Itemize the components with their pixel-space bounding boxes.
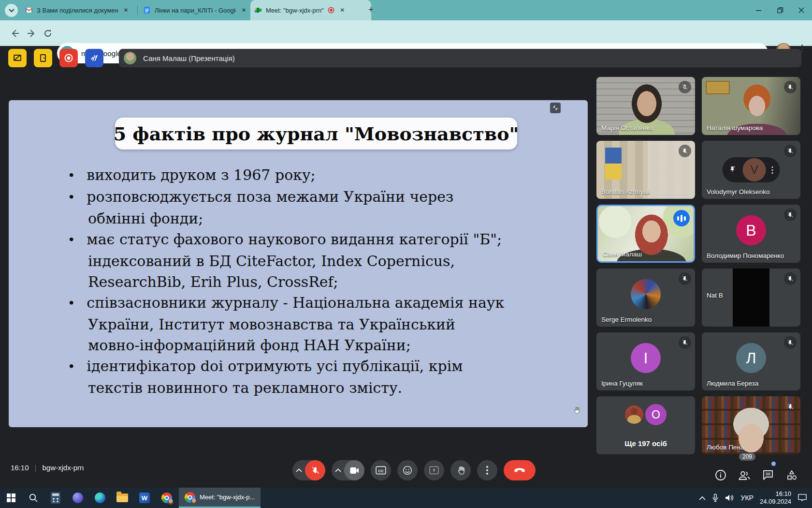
system-tray: УКР 16:10 24.09.2024 xyxy=(699,490,812,506)
tab-close-icon[interactable]: ✕ xyxy=(338,6,347,15)
tray-chevron-up-icon[interactable] xyxy=(699,496,706,500)
participant-tile[interactable]: Л Людмила Береза xyxy=(702,332,800,390)
participant-tile-speaking[interactable]: Саня Малаш xyxy=(596,205,695,263)
raise-hand-button[interactable] xyxy=(450,460,471,480)
start-button[interactable] xyxy=(0,488,22,508)
door-icon xyxy=(38,53,48,63)
back-button[interactable] xyxy=(7,25,23,42)
participant-name: Bohdan Azhnyuk xyxy=(601,188,650,195)
participant-tile[interactable]: Bohdan Azhnyuk xyxy=(596,141,695,199)
participant-name: Любов Пена xyxy=(707,444,744,451)
slido-icon xyxy=(89,53,99,63)
activities-panel-button[interactable] xyxy=(785,459,798,481)
divider: | xyxy=(35,463,37,472)
whiteboard-app-button[interactable] xyxy=(8,49,27,67)
restore-button[interactable] xyxy=(769,0,791,20)
slido-app-button[interactable] xyxy=(85,49,103,67)
participant-name: Людмила Береза xyxy=(707,380,758,387)
tab-gmail[interactable]: З Вами поділилися документо ✕ xyxy=(21,0,144,20)
taskbar-file-explorer-button[interactable] xyxy=(111,488,133,508)
tab-close-icon[interactable]: ✕ xyxy=(122,6,130,15)
participant-tile[interactable]: Nat B xyxy=(702,269,800,327)
new-tab-button[interactable]: + xyxy=(368,5,374,15)
breakout-door-app-button[interactable] xyxy=(34,49,52,67)
mic-options-button[interactable] xyxy=(292,468,305,472)
close-button[interactable] xyxy=(791,0,812,20)
taskbar-search-button[interactable] xyxy=(22,488,44,508)
participant-photo-avatar xyxy=(631,279,661,309)
slide-title-box: 5 фактів про журнал "Мовознавство" xyxy=(115,118,517,149)
record-icon xyxy=(64,53,73,63)
overflow-participants-tile[interactable]: О Ще 197 осіб xyxy=(596,396,695,454)
keyboard-language[interactable]: УКР xyxy=(741,494,754,502)
tab-search-button[interactable] xyxy=(5,4,18,17)
chat-notification-dot xyxy=(771,462,776,466)
slide-title: 5 фактів про журнал "Мовознавство" xyxy=(114,123,519,145)
record-app-button[interactable] xyxy=(59,49,78,67)
whiteboard-icon xyxy=(13,53,22,63)
people-panel-button[interactable]: 209 xyxy=(738,459,751,481)
captions-icon: CC xyxy=(376,466,386,475)
participant-tile[interactable]: Serge Ermolenko xyxy=(596,269,695,327)
participant-tile[interactable]: В Володимир Пономаренко xyxy=(702,205,800,263)
taskbar-chrome-button[interactable] xyxy=(156,488,178,508)
tab-google-docs[interactable]: Лінки на пари_КЛІТІ - Google ✕ xyxy=(139,0,256,20)
presenter-banner[interactable]: Саня Малаш (Презентація) xyxy=(119,49,801,67)
tab-meet-active[interactable]: Meet: "bgw-xjdx-prn" ✕ xyxy=(250,0,371,20)
taskbar-microsoft365-button[interactable] xyxy=(67,488,89,508)
taskbar-word-button[interactable]: W xyxy=(133,488,156,508)
notification-center-icon[interactable] xyxy=(798,493,807,502)
participant-name: Марія Остапенко xyxy=(601,124,653,132)
participant-tile[interactable]: Марія Остапенко xyxy=(596,77,695,135)
taskbar-active-meet-window[interactable]: Meet: "bgw-xjdx-p... xyxy=(179,488,261,508)
more-options-button[interactable] xyxy=(477,460,497,480)
present-screen-button[interactable] xyxy=(424,460,444,480)
camera-options-button[interactable] xyxy=(332,468,344,472)
camera-toggle-button[interactable] xyxy=(344,460,364,480)
kebab-menu-icon xyxy=(486,466,488,475)
google-docs-icon xyxy=(143,6,151,14)
slide-bullet: розповсюджується поза межами України чер… xyxy=(68,186,510,229)
mic-muted-badge xyxy=(784,272,797,285)
mic-off-icon xyxy=(787,211,794,218)
slide-bullet: виходить друком з 1967 року; xyxy=(68,164,510,186)
participant-tile[interactable]: Любов Пена xyxy=(702,396,800,454)
pin-icon[interactable] xyxy=(729,166,737,174)
reload-button[interactable] xyxy=(40,25,56,42)
tray-clock[interactable]: 16:10 24.09.2024 xyxy=(760,490,791,506)
tab-close-icon[interactable]: ✕ xyxy=(240,6,248,15)
mic-mute-button[interactable] xyxy=(305,460,325,480)
slide-bullet: співзасновники журналу - Національна ака… xyxy=(68,292,510,356)
participant-tile[interactable]: Наталія шумарова xyxy=(702,77,800,135)
tray-mic-icon[interactable] xyxy=(712,493,719,502)
chat-panel-button[interactable] xyxy=(762,459,774,481)
more-options-icon[interactable] xyxy=(772,166,773,174)
reactions-button[interactable] xyxy=(397,460,418,480)
captions-button[interactable]: CC xyxy=(371,460,391,480)
participant-count-badge: 209 xyxy=(739,453,755,461)
start-icon xyxy=(7,493,15,502)
participant-tile[interactable]: V Volodymyr Oleksenko xyxy=(702,141,800,199)
back-icon xyxy=(11,29,19,38)
chevron-down-icon xyxy=(9,9,14,13)
taskbar-calculator-button[interactable] xyxy=(44,488,67,508)
mouse-cursor xyxy=(573,406,581,414)
presenter-avatar xyxy=(124,52,136,64)
gmail-icon xyxy=(25,6,33,14)
participant-tile[interactable]: І Ірина Гуцуляк xyxy=(596,332,695,390)
meeting-details-button[interactable] xyxy=(714,459,727,481)
camera-icon xyxy=(350,467,359,474)
reload-icon xyxy=(44,29,52,38)
exit-fullscreen-icon xyxy=(552,105,558,111)
end-call-button[interactable] xyxy=(504,460,536,480)
tray-volume-icon[interactable] xyxy=(725,494,735,502)
participant-name: Ірина Гуцуляк xyxy=(601,380,643,387)
mic-muted-badge xyxy=(679,145,691,157)
minimize-button[interactable] xyxy=(748,0,769,20)
mic-muted-badge xyxy=(784,336,797,349)
collapse-presentation-button[interactable] xyxy=(550,103,561,113)
chrome-icon xyxy=(185,492,195,503)
taskbar-edge-button[interactable] xyxy=(89,488,111,508)
svg-text:CC: CC xyxy=(378,469,384,473)
forward-button[interactable] xyxy=(23,25,40,42)
